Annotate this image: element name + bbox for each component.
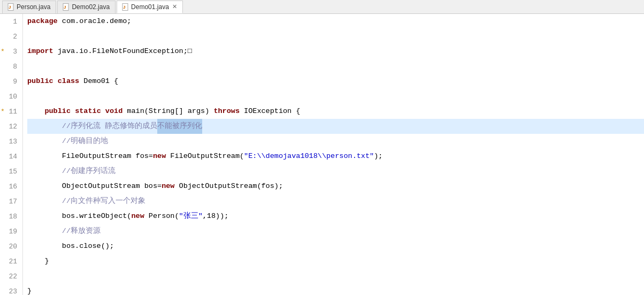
code-line-14: FileOutputStream fos=new FileOutputStrea… [27, 149, 644, 164]
gutter-row-12: 12 [0, 119, 20, 134]
gutter-row-8: 8 [0, 59, 20, 74]
code-line-17: //向文件种写入一个对象 [27, 194, 644, 209]
tab-bar: J Person.java J Demo02.java J Demo01.jav… [0, 0, 644, 14]
java-file-icon: J [62, 3, 70, 11]
gutter-row-17: 17 [0, 194, 20, 209]
code-line-11: public static void main(String[] args) t… [27, 104, 644, 119]
gutter-row-3: * 3 [0, 44, 20, 59]
gutter-row-23: 23 [0, 284, 20, 295]
gutter-row-16: 16 [0, 179, 20, 194]
code-line-21: } [27, 254, 644, 269]
code-line-20: bos.close(); [27, 239, 644, 254]
tab-demo02-java[interactable]: J Demo02.java [57, 1, 116, 13]
svg-text:J: J [9, 5, 11, 10]
gutter-row-18: 18 [0, 209, 20, 224]
gutter-row-9: 9 [0, 74, 20, 89]
code-line-1: package com.oracle.demo; [27, 14, 644, 29]
tab-close-icon[interactable]: ✕ [172, 3, 177, 10]
tab-label: Person.java [17, 3, 50, 11]
java-file-icon: J [121, 3, 129, 11]
gutter-row-2: 2 [0, 29, 20, 44]
gutter-row-15: 15 [0, 164, 20, 179]
code-line-22 [27, 269, 644, 284]
editor-container: 1 2 * 3 8 9 10 * 11 12 [0, 14, 644, 295]
gutter-row-20: 20 [0, 239, 20, 254]
code-lines: package com.oracle.demo; import java.io.… [23, 14, 644, 295]
gutter: 1 2 * 3 8 9 10 * 11 12 [0, 14, 23, 295]
gutter-row-22: 22 [0, 269, 20, 284]
tab-label: Demo01.java [131, 3, 169, 11]
code-area[interactable]: package com.oracle.demo; import java.io.… [23, 14, 644, 295]
svg-text:J: J [123, 5, 125, 10]
code-line-12: //序列化流 静态修饰的成员不能被序列化 [27, 119, 644, 134]
tab-demo01-java[interactable]: J Demo01.java ✕ [117, 1, 183, 13]
svg-text:J: J [64, 5, 66, 10]
gutter-row-21: 21 [0, 254, 20, 269]
code-line-10 [27, 89, 644, 104]
gutter-row-1: 1 [0, 14, 20, 29]
gutter-row-19: 19 [0, 224, 20, 239]
gutter-row-13: 13 [0, 134, 20, 149]
java-file-icon: J [7, 3, 14, 11]
tab-label: Demo02.java [72, 3, 110, 11]
gutter-row-11: * 11 [0, 104, 20, 119]
code-line-15: //创建序列话流 [27, 164, 644, 179]
gutter-row-10: 10 [0, 89, 20, 104]
code-line-8 [27, 59, 644, 74]
code-line-18: bos.writeObject(new Person("张三",18)); [27, 209, 644, 224]
code-line-19: //释放资源 [27, 224, 644, 239]
code-line-16: ObjectOutputStream bos=new ObjectOutputS… [27, 179, 644, 194]
code-line-2 [27, 29, 644, 44]
code-line-13: //明确目的地 [27, 134, 644, 149]
code-line-9: public class Demo01 { [27, 74, 644, 89]
code-line-3: import java.io.FileNotFoundException;□ [27, 44, 644, 59]
code-line-23: } [27, 284, 644, 295]
gutter-row-14: 14 [0, 149, 20, 164]
tab-person-java[interactable]: J Person.java [2, 1, 56, 13]
